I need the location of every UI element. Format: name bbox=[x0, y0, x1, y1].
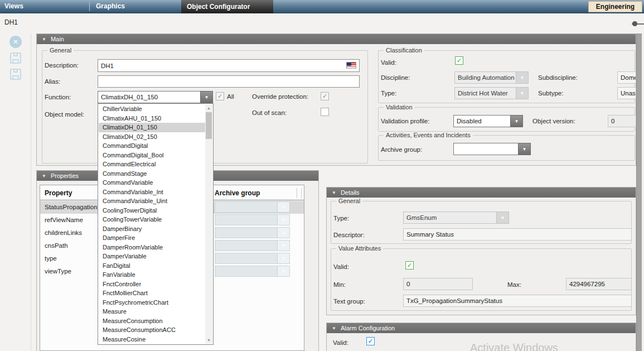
save-icon[interactable] bbox=[10, 52, 21, 64]
value-valid-label: Valid: bbox=[333, 263, 349, 270]
details-type-label: Type: bbox=[333, 215, 349, 222]
tab-graphics[interactable]: Graphics bbox=[96, 2, 125, 10]
validation-groupbox-label: Validation bbox=[384, 104, 415, 110]
property-name: cnsPath bbox=[45, 242, 68, 249]
dropdown-option[interactable]: CommandElectrical bbox=[99, 160, 205, 169]
tab-views[interactable]: Views bbox=[4, 2, 23, 10]
object-version-field: 0 bbox=[608, 115, 636, 127]
dropdown-scrollbar[interactable]: ▲ ▼ bbox=[205, 104, 212, 344]
details-type-combobox[interactable]: GmsEnum ▼ bbox=[403, 211, 509, 224]
dropdown-option[interactable]: DamperVariable bbox=[99, 252, 205, 261]
column-property[interactable]: Property bbox=[45, 189, 72, 197]
top-tab-bar: Views Graphics Object Configurator Engin… bbox=[0, 0, 644, 13]
type-combobox[interactable]: District Hot Water ▼ bbox=[454, 87, 529, 99]
dropdown-option[interactable]: CommandVariable_Int bbox=[99, 187, 205, 197]
dropdown-option[interactable]: FanDigital bbox=[99, 261, 205, 271]
value-attributes-label: Value Attributes bbox=[336, 245, 383, 252]
dropdown-option[interactable]: CommandDigital bbox=[99, 141, 205, 151]
function-combobox-value: ClimatixDH_01_150 bbox=[98, 91, 200, 103]
floppy-shutter bbox=[13, 69, 18, 73]
discipline-label: Discipline: bbox=[381, 74, 410, 81]
activate-windows-watermark: Activate Windows bbox=[470, 342, 558, 351]
subtype-label: Subtype: bbox=[538, 90, 563, 97]
tab-object-configurator[interactable]: Object Configurator bbox=[181, 0, 273, 13]
archive-group-value bbox=[453, 143, 518, 155]
chevron-down-icon: ▼ bbox=[277, 227, 290, 238]
engineering-mode-button[interactable]: Engineering bbox=[588, 1, 642, 12]
dropdown-option[interactable]: FanVariable bbox=[99, 270, 205, 280]
max-field[interactable]: 4294967295 bbox=[566, 278, 632, 290]
scroll-down-icon[interactable]: ▼ bbox=[205, 336, 212, 344]
chevron-down-icon: ▼ bbox=[277, 201, 290, 213]
row-archive-combobox[interactable]: ▼ bbox=[215, 253, 290, 264]
chevron-down-icon[interactable]: ▼ bbox=[510, 115, 523, 127]
row-archive-combobox[interactable]: ▼ bbox=[215, 266, 290, 277]
dropdown-option[interactable]: FnctController bbox=[99, 280, 205, 289]
alias-label: Alias: bbox=[45, 78, 60, 85]
subdiscipline-field[interactable]: Dome bbox=[617, 71, 636, 84]
dropdown-option[interactable]: ClimatixAHU_01_150 bbox=[99, 114, 205, 123]
chevron-down-icon: ▼ bbox=[277, 240, 290, 251]
dropdown-option[interactable]: CommandStage bbox=[99, 169, 205, 179]
descriptor-field[interactable]: Summary Status bbox=[403, 228, 632, 241]
override-protection-checkbox[interactable]: ✓ bbox=[321, 92, 329, 100]
classification-valid-checkbox[interactable]: ✓ bbox=[455, 56, 463, 65]
row-archive-combobox[interactable]: ▼ bbox=[215, 240, 290, 251]
validation-profile-combobox[interactable]: Disabled ▼ bbox=[453, 115, 523, 127]
dropdown-option[interactable]: MeasureConsumption bbox=[99, 316, 205, 326]
dropdown-option[interactable]: CommandVariable_Uint bbox=[99, 196, 205, 206]
alias-input[interactable] bbox=[98, 75, 360, 88]
collapse-triangle-icon: ▼ bbox=[42, 37, 46, 42]
dropdown-option[interactable]: CoolingTowerDigital bbox=[99, 206, 205, 215]
out-of-scan-checkbox[interactable]: ✓ bbox=[321, 108, 329, 116]
text-group-field[interactable]: TxG_PropagationSummaryStatus bbox=[403, 295, 632, 307]
chevron-down-icon[interactable]: ▼ bbox=[200, 91, 213, 103]
alarm-panel-header[interactable]: ▼ Alarm Configuration bbox=[327, 323, 636, 333]
right-splitter-bar[interactable] bbox=[636, 33, 642, 351]
dropdown-option[interactable]: CoolingTowerVariable bbox=[99, 215, 205, 224]
subtype-field[interactable]: Unass bbox=[617, 87, 636, 99]
description-input[interactable] bbox=[98, 59, 360, 72]
save-as-icon[interactable]: ... bbox=[10, 69, 21, 80]
column-grip[interactable] bbox=[297, 188, 297, 198]
property-name: type bbox=[45, 255, 57, 262]
dropdown-option[interactable]: ClimatixDH_02_150 bbox=[99, 132, 205, 142]
chevron-down-icon: ▼ bbox=[516, 71, 529, 84]
row-archive-combobox[interactable]: ▼ bbox=[215, 214, 290, 225]
dropdown-option[interactable]: DamperRoomVariable bbox=[99, 243, 205, 252]
all-label: All bbox=[227, 93, 234, 100]
scroll-up-icon[interactable]: ▲ bbox=[205, 104, 212, 112]
dropdown-option[interactable]: CommandVariable bbox=[99, 178, 205, 187]
alarm-panel-title: Alarm Configuration bbox=[341, 325, 395, 331]
alarm-valid-checkbox[interactable]: ✓ bbox=[366, 337, 375, 345]
archive-group-combobox[interactable]: ▼ bbox=[453, 143, 531, 155]
column-grip[interactable] bbox=[301, 188, 302, 198]
value-valid-checkbox[interactable]: ✓ bbox=[405, 261, 414, 270]
dropdown-option[interactable]: MeasureConsumptionACC bbox=[99, 325, 205, 335]
min-field[interactable]: 0 bbox=[403, 278, 473, 290]
row-archive-combobox[interactable]: ▼ bbox=[215, 201, 290, 213]
dropdown-option[interactable]: FnctPsychrometricChart bbox=[99, 298, 205, 307]
dropdown-option[interactable]: CommandDigital_Bool bbox=[99, 151, 205, 160]
dropdown-option[interactable]: MeasureCosine bbox=[99, 335, 205, 344]
dropdown-option[interactable]: DamperFire bbox=[99, 233, 205, 243]
us-flag-icon bbox=[346, 62, 356, 69]
discard-icon[interactable]: ✕ bbox=[9, 36, 22, 48]
dropdown-option[interactable]: DamperBinary bbox=[99, 224, 205, 234]
splitter-handle-icon[interactable] bbox=[632, 21, 637, 26]
dropdown-option[interactable]: FnctMollierChart bbox=[99, 289, 205, 298]
discipline-combobox[interactable]: Building Automation ▼ bbox=[454, 71, 529, 84]
main-panel-header[interactable]: ▼ Main bbox=[37, 34, 636, 44]
chevron-down-icon[interactable]: ▼ bbox=[518, 143, 531, 155]
dropdown-option[interactable]: Measure bbox=[99, 307, 205, 316]
dropdown-option-selected[interactable]: ClimatixDH_01_150 bbox=[99, 123, 205, 132]
all-checkbox[interactable]: ✓ bbox=[216, 92, 224, 100]
function-combobox[interactable]: ClimatixDH_01_150 ▼ bbox=[98, 91, 213, 103]
scrollbar-thumb[interactable] bbox=[206, 112, 212, 139]
column-archive-group[interactable]: Archive group bbox=[215, 189, 260, 197]
details-panel-header[interactable]: ▼ Details bbox=[327, 187, 636, 198]
type-value: District Hot Water bbox=[454, 87, 516, 99]
row-archive-combobox[interactable]: ▼ bbox=[215, 227, 290, 238]
toolbar-divider bbox=[31, 33, 31, 351]
dropdown-option[interactable]: ChillerVariable bbox=[99, 104, 205, 114]
